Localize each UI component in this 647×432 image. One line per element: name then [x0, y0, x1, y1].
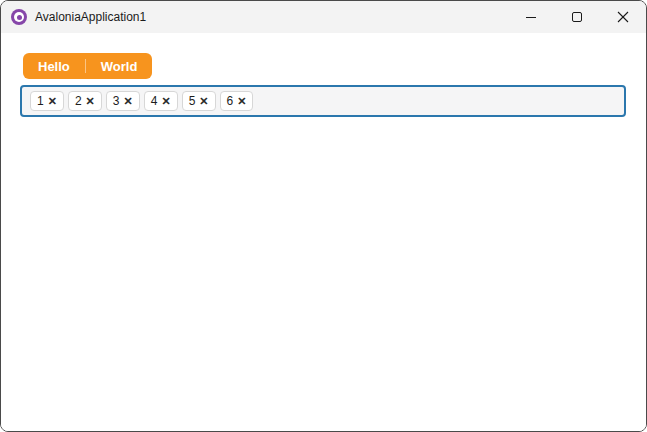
avalonia-logo-donut — [14, 12, 24, 22]
tab-hello[interactable]: Hello — [23, 53, 85, 79]
tag-chip-label: 2 — [75, 95, 82, 107]
app-window: AvaloniaApplication1 Hello World — [0, 0, 647, 432]
tag-chip-label: 5 — [189, 95, 196, 107]
title-bar[interactable]: AvaloniaApplication1 — [1, 1, 646, 33]
chip-close-icon: ✕ — [48, 96, 57, 107]
tab-world-label: World — [101, 59, 138, 74]
tag-chip: 2 ✕ — [68, 91, 102, 111]
tag-chip: 5 ✕ — [182, 91, 216, 111]
chip-remove-button[interactable]: ✕ — [237, 96, 246, 107]
tag-chip: 1 ✕ — [30, 91, 64, 111]
tag-chip: 4 ✕ — [144, 91, 178, 111]
chip-remove-button[interactable]: ✕ — [48, 96, 57, 107]
avalonia-logo-icon — [11, 9, 27, 25]
tag-chip: 6 ✕ — [220, 91, 254, 111]
minimize-icon — [526, 17, 536, 18]
close-button[interactable] — [600, 1, 646, 33]
chip-remove-button[interactable]: ✕ — [199, 96, 208, 107]
tag-chip-label: 4 — [151, 95, 158, 107]
chip-close-icon: ✕ — [199, 96, 208, 107]
window-title: AvaloniaApplication1 — [35, 10, 508, 24]
maximize-icon — [572, 12, 582, 22]
chip-remove-button[interactable]: ✕ — [161, 96, 170, 107]
chip-close-icon: ✕ — [161, 96, 170, 107]
tag-chip: 3 ✕ — [106, 91, 140, 111]
close-icon — [617, 11, 629, 23]
maximize-button[interactable] — [554, 1, 600, 33]
tab-world[interactable]: World — [86, 53, 153, 79]
caption-buttons — [508, 1, 646, 33]
tag-input-box[interactable]: 1 ✕ 2 ✕ 3 ✕ 4 ✕ — [20, 85, 626, 117]
chip-close-icon: ✕ — [237, 96, 246, 107]
tag-chip-label: 1 — [37, 95, 44, 107]
chip-remove-button[interactable]: ✕ — [86, 96, 95, 107]
window-content: Hello World 1 ✕ 2 ✕ 3 — [1, 33, 646, 432]
tab-strip: Hello World — [23, 53, 152, 79]
tag-chip-label: 3 — [113, 95, 120, 107]
tag-chip-label: 6 — [227, 95, 234, 107]
tab-hello-label: Hello — [38, 59, 70, 74]
minimize-button[interactable] — [508, 1, 554, 33]
chip-close-icon: ✕ — [124, 96, 133, 107]
chip-close-icon: ✕ — [86, 96, 95, 107]
chip-remove-button[interactable]: ✕ — [124, 96, 133, 107]
